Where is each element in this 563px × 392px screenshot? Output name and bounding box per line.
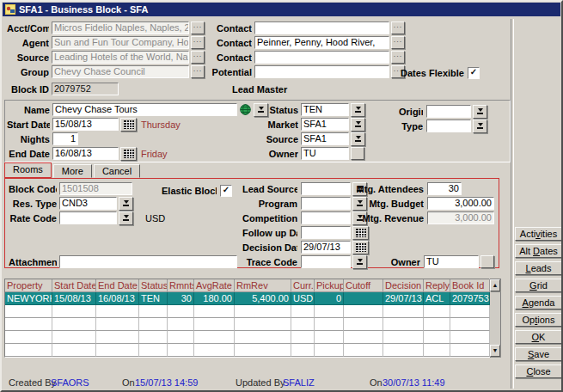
grid-cell bbox=[291, 331, 315, 344]
potential-field[interactable] bbox=[254, 65, 389, 78]
side-button-leads[interactable]: Leads bbox=[515, 261, 562, 275]
block-id-field: 2079752 bbox=[52, 83, 119, 95]
contact-lookup-button[interactable]: ... bbox=[391, 21, 405, 34]
rate-code-field[interactable] bbox=[59, 211, 117, 224]
tab-more[interactable]: More bbox=[53, 164, 92, 178]
dates-flexible-row: Dates Flexible ✓ bbox=[397, 66, 480, 79]
source-dropdown-button[interactable] bbox=[351, 132, 365, 146]
block-code-row: Block Code 1501508 bbox=[9, 182, 165, 195]
elastic-block-checkbox[interactable]: ✓ bbox=[220, 185, 232, 197]
side-button-agenda[interactable]: Agenda bbox=[515, 296, 562, 309]
side-button-ok[interactable]: OK bbox=[515, 330, 562, 344]
end-date-row: End Date 16/08/13 Friday bbox=[7, 147, 268, 160]
follow-up-calendar-icon[interactable] bbox=[352, 226, 369, 240]
attendees-row: Mtg. Attendees 30 bbox=[346, 182, 494, 195]
end-date-field[interactable]: 16/08/13 bbox=[52, 147, 119, 160]
market-field[interactable]: SFA1 bbox=[301, 118, 349, 131]
status-dropdown-button[interactable] bbox=[351, 103, 365, 117]
budget-field[interactable]: 3,000.00 bbox=[427, 197, 494, 210]
globe-icon[interactable] bbox=[238, 104, 252, 116]
status-field[interactable]: TEN bbox=[301, 103, 349, 116]
side-button-close[interactable]: Close bbox=[515, 364, 562, 378]
type-label: Type bbox=[399, 121, 423, 132]
business-block-window: SFA1 - Business Block - SFA Acct/ComMicr… bbox=[0, 0, 563, 392]
grid-cell bbox=[52, 318, 96, 331]
grid-empty-row bbox=[5, 318, 489, 331]
block-summary-groupbox: Name Chevy Chase Tours Start Date 15/08/… bbox=[4, 100, 511, 162]
competition-field[interactable] bbox=[301, 211, 351, 224]
type-dropdown-button[interactable] bbox=[473, 119, 487, 133]
type-field[interactable] bbox=[426, 119, 471, 132]
nights-field[interactable]: 1 bbox=[52, 132, 78, 145]
attachments-row: Attachments bbox=[9, 255, 237, 268]
end-date-calendar-icon[interactable] bbox=[120, 147, 137, 161]
side-button-grid[interactable]: Grid bbox=[515, 279, 562, 292]
market-dropdown-button[interactable] bbox=[351, 118, 365, 132]
side-button-activities[interactable]: Activities bbox=[515, 227, 562, 241]
grid-cell bbox=[383, 331, 424, 344]
group-label: Group bbox=[7, 67, 49, 77]
acct-com-field[interactable]: Micros Fidelio Naples, Naples, 239-6 bbox=[52, 21, 189, 34]
decision-date-field[interactable]: 29/07/13 bbox=[301, 241, 351, 254]
contact-label: Contact bbox=[208, 38, 252, 48]
contact-field[interactable]: Peinner, Penny, Hood River, bbox=[254, 36, 389, 49]
res-type-dropdown-button[interactable] bbox=[119, 197, 133, 211]
rate-code-dropdown-button[interactable] bbox=[119, 211, 133, 225]
dates-flexible-checkbox[interactable]: ✓ bbox=[468, 67, 480, 79]
created-on-value: 15/07/13 14:59 bbox=[135, 377, 198, 388]
lead-source-field[interactable] bbox=[301, 182, 351, 195]
owner-label: Owner bbox=[262, 149, 298, 159]
program-field[interactable] bbox=[301, 197, 351, 210]
agent-lookup-button[interactable]: ... bbox=[191, 36, 205, 49]
trace-code-field[interactable] bbox=[301, 255, 351, 268]
group-field[interactable]: Chevy Chase Council bbox=[52, 65, 189, 78]
source-lookup-button[interactable]: ... bbox=[191, 51, 205, 64]
grid-cell bbox=[450, 331, 490, 344]
agent-field[interactable]: Sun and Fun Tour Company, Hood Ri bbox=[52, 36, 189, 49]
acct-com-lookup-button[interactable]: ... bbox=[191, 21, 205, 34]
contact-lookup-button[interactable]: ... bbox=[391, 51, 405, 64]
attachments-field[interactable] bbox=[59, 255, 237, 268]
owner-field[interactable]: TU bbox=[301, 147, 349, 160]
grid-cell bbox=[315, 331, 344, 344]
lead-master-label: Lead Master bbox=[232, 84, 287, 95]
grid-scrollbar[interactable]: ▲ ▼ bbox=[490, 279, 501, 358]
origin-field[interactable] bbox=[426, 105, 471, 118]
panel-owner-field[interactable]: TU bbox=[424, 255, 479, 268]
owner-lookup-button[interactable] bbox=[351, 147, 364, 160]
attendees-field[interactable]: 30 bbox=[427, 182, 462, 195]
contact-lookup-button[interactable]: ... bbox=[391, 36, 405, 49]
name-field[interactable]: Chevy Chase Tours bbox=[52, 103, 237, 116]
res-type-field[interactable]: CND3 bbox=[59, 197, 117, 210]
contact-field[interactable] bbox=[254, 21, 389, 34]
start-date-field[interactable]: 15/08/13 bbox=[52, 118, 119, 131]
acct-com-label: Acct/Com bbox=[7, 23, 49, 34]
acct-com-row: Acct/ComMicros Fidelio Naples, Naples, 2… bbox=[7, 21, 205, 34]
grid-cell bbox=[424, 305, 450, 318]
lead-source-label: Lead Source bbox=[242, 184, 297, 194]
group-lookup-button[interactable]: ... bbox=[191, 65, 205, 78]
side-button-save[interactable]: Save bbox=[515, 347, 562, 361]
tab-cancel[interactable]: Cancel bbox=[94, 164, 140, 178]
tab-rooms[interactable]: Rooms bbox=[4, 162, 52, 178]
res-type-row: Res. Type CND3 bbox=[9, 197, 165, 210]
origin-dropdown-button[interactable] bbox=[473, 105, 487, 119]
scroll-down-icon[interactable]: ▼ bbox=[490, 345, 500, 357]
contact-field[interactable] bbox=[254, 51, 389, 64]
decision-date-calendar-icon[interactable] bbox=[352, 241, 369, 254]
created-by-label: Created By bbox=[9, 377, 56, 388]
created-by-value: SFAORS bbox=[51, 377, 89, 388]
source-field[interactable]: SFA1 bbox=[301, 132, 349, 145]
trace-code-label: Trace Code bbox=[242, 257, 297, 267]
scroll-up-icon[interactable]: ▲ bbox=[490, 279, 500, 291]
source-field[interactable]: Leading Hotels of the World, Naples, bbox=[52, 51, 189, 64]
side-button-alt-dates[interactable]: Alt Dates bbox=[515, 244, 562, 258]
side-button-options[interactable]: Options bbox=[515, 313, 562, 327]
follow-up-field[interactable] bbox=[301, 226, 351, 239]
grid-header-status: Status bbox=[139, 279, 168, 292]
grid-row[interactable]: NEWYORK15/08/1316/08/13TEN30180.005,400.… bbox=[5, 292, 489, 305]
start-date-calendar-icon[interactable] bbox=[120, 118, 137, 132]
origin-row: Origin bbox=[399, 105, 487, 118]
panel-owner-lookup-button[interactable] bbox=[480, 255, 494, 268]
property-grid: PropertyStart DateEnd DateStatusRmntsAvg… bbox=[4, 279, 501, 358]
